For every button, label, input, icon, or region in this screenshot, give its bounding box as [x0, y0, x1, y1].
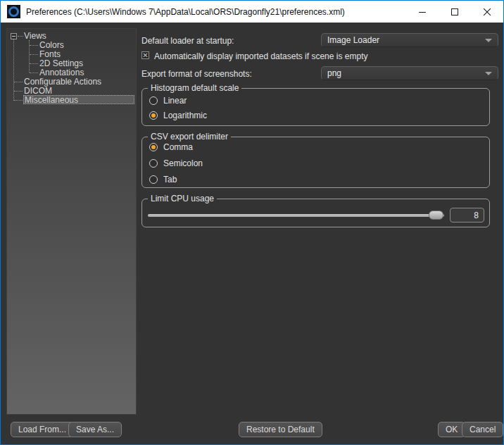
close-button[interactable] — [471, 1, 503, 23]
csv-delimiter-group-title: CSV export delimiter — [148, 132, 231, 142]
sidebar-item-label: Configurable Actions — [24, 77, 101, 87]
tree-connector — [18, 36, 23, 37]
radio-icon — [149, 96, 158, 105]
sidebar-item-label: Annotations — [39, 68, 84, 77]
tree-connector — [14, 91, 23, 92]
sidebar-item-label: Miscellaneous — [25, 95, 78, 105]
restore-to-default-button[interactable]: Restore to Default — [239, 422, 322, 437]
radio-icon — [149, 143, 158, 151]
default-loader-value: Image Loader — [327, 35, 485, 45]
export-format-value: png — [327, 68, 485, 78]
window-controls — [406, 1, 503, 23]
default-loader-combobox[interactable]: Image Loader — [321, 33, 498, 47]
preferences-window: Preferences (C:\Users\Windows 7\AppData\… — [0, 0, 504, 445]
app-icon — [7, 5, 20, 18]
radio-semicolon[interactable]: Semicolon — [149, 158, 203, 169]
csv-delimiter-group: CSV export delimiter Comma Semicolon Tab — [141, 137, 490, 188]
window-title: Preferences (C:\Users\Windows 7\AppData\… — [26, 7, 345, 17]
tree-connector — [30, 45, 38, 46]
sidebar-item-miscellaneous[interactable]: Miscellaneous — [23, 95, 134, 104]
auto-display-checkbox[interactable]: ✕ — [141, 51, 149, 59]
sidebar-item-label: 2D Settings — [39, 58, 83, 68]
maximize-icon — [451, 8, 458, 15]
sidebar-item-label: DICOM — [24, 86, 52, 96]
tree-connector — [30, 54, 38, 55]
cpu-usage-slider-handle[interactable] — [429, 211, 443, 220]
save-as-button[interactable]: Save As... — [68, 422, 122, 437]
radio-icon — [149, 175, 158, 184]
minimize-button[interactable] — [406, 1, 439, 23]
radio-label: Comma — [163, 142, 193, 152]
radio-icon — [149, 111, 158, 120]
radio-logarithmic[interactable]: Logarithmic — [149, 110, 207, 121]
close-icon — [484, 8, 491, 15]
preferences-tree-panel: Views Colors Fonts 2D Settings Annotatio… — [6, 28, 137, 415]
cpu-usage-value-field[interactable]: 8 — [450, 208, 484, 222]
radio-tab[interactable]: Tab — [149, 174, 177, 185]
radio-comma[interactable]: Comma — [149, 142, 193, 153]
dragonfly-logo-icon — [8, 6, 19, 17]
dropdown-arrow-icon — [485, 39, 492, 42]
export-format-label: Export format of screenshots: — [141, 69, 252, 79]
tree-connector — [14, 82, 23, 82]
histogram-scale-group: Histogram default scale Linear Logarithm… — [141, 88, 490, 126]
sidebar-item-label: Colors — [39, 40, 64, 50]
cpu-usage-group-title: Limit CPU usage — [148, 194, 217, 203]
load-from-button[interactable]: Load From... — [11, 422, 74, 437]
tree-connector — [30, 63, 38, 64]
minimize-icon — [419, 8, 426, 15]
radio-label: Tab — [163, 175, 177, 184]
sidebar-item-label: Fonts — [39, 49, 61, 59]
auto-display-label: Automatically display imported datasets … — [154, 51, 367, 61]
radio-label: Semicolon — [163, 158, 203, 168]
tree-connector — [14, 100, 23, 101]
default-loader-label: Default loader at startup: — [141, 36, 234, 46]
sidebar-item-label: Views — [24, 31, 46, 41]
radio-label: Logarithmic — [163, 111, 207, 120]
preferences-tree: Views Colors Fonts 2D Settings Annotatio… — [7, 29, 136, 414]
titlebar: Preferences (C:\Users\Windows 7\AppData\… — [1, 1, 503, 23]
tree-collapse-toggle[interactable] — [11, 33, 17, 39]
radio-linear[interactable]: Linear — [149, 95, 187, 106]
tree-connector — [30, 73, 38, 73]
radio-icon — [149, 159, 158, 168]
radio-label: Linear — [163, 96, 187, 106]
export-format-combobox[interactable]: png — [321, 66, 498, 80]
cpu-usage-slider-track[interactable] — [148, 214, 444, 217]
maximize-button[interactable] — [439, 1, 471, 23]
cancel-button[interactable]: Cancel — [462, 422, 503, 437]
cpu-usage-group: Limit CPU usage 8 — [141, 199, 490, 227]
histogram-scale-group-title: Histogram default scale — [148, 83, 241, 93]
dropdown-arrow-icon — [485, 72, 492, 75]
